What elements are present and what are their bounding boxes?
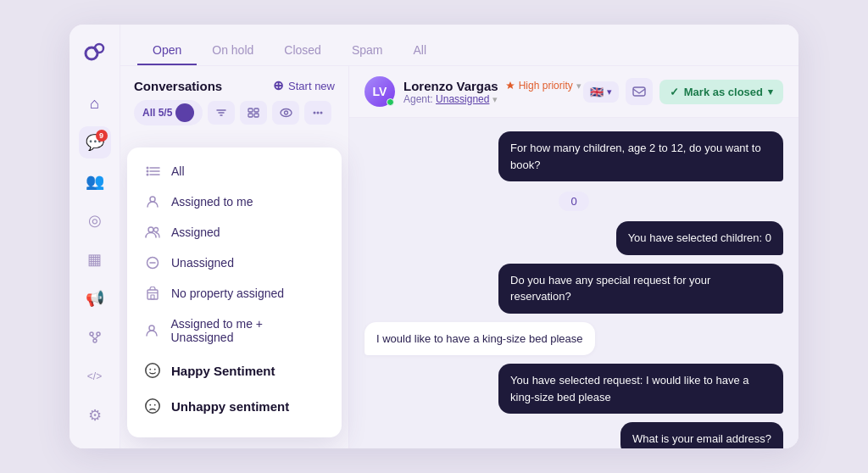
app-container: ⌂ 💬 9 👥 ◎ ▦ 📢 </> ⚙ Open On hold Closed bbox=[70, 25, 798, 448]
chat-header: LV Lorenzo Vargas High priority ▾ bbox=[349, 66, 798, 118]
user-avatar: LV bbox=[364, 76, 395, 107]
chat-badge: 9 bbox=[96, 130, 108, 142]
plus-icon: ⊕ bbox=[273, 78, 284, 93]
tabs-bar: Open On hold Closed Spam All bbox=[120, 25, 798, 66]
conversations-panel: Conversations ⊕ Start new All 5/5 bbox=[120, 66, 349, 448]
svg-point-26 bbox=[148, 227, 153, 232]
logo bbox=[81, 40, 108, 67]
dropdown-item-no-property[interactable]: No property assigned bbox=[127, 278, 342, 309]
svg-line-5 bbox=[92, 336, 95, 339]
message-1: For how many children, age 2 to 12, do y… bbox=[498, 131, 783, 181]
svg-point-15 bbox=[284, 111, 287, 114]
chat-panel: LV Lorenzo Vargas High priority ▾ bbox=[349, 66, 798, 448]
content-area: Conversations ⊕ Start new All 5/5 bbox=[120, 66, 798, 448]
dropdown-no-property-label: No property assigned bbox=[171, 287, 284, 300]
svg-rect-10 bbox=[248, 109, 253, 112]
svg-rect-11 bbox=[254, 109, 259, 112]
dropdown-assigned-me-unassigned-label: Assigned to me + Unassigned bbox=[170, 317, 325, 344]
svg-point-24 bbox=[146, 174, 148, 176]
svg-point-34 bbox=[146, 364, 159, 377]
sidebar-item-integrations[interactable] bbox=[79, 321, 111, 353]
dropdown-item-unassigned[interactable]: Unassigned bbox=[127, 248, 342, 278]
svg-rect-12 bbox=[248, 114, 253, 117]
dropdown-item-assigned-to-me[interactable]: Assigned to me bbox=[127, 186, 342, 217]
chat-agent: Agent: Unassigned ▾ bbox=[403, 93, 581, 105]
chat-user-info: Lorenzo Vargas High priority ▾ Agent: Un… bbox=[403, 79, 581, 105]
dropdown-item-unhappy[interactable]: Unhappy sentiment bbox=[127, 388, 342, 424]
svg-point-36 bbox=[154, 369, 156, 370]
mark-closed-button[interactable]: ✓ Mark as closed ▾ bbox=[659, 80, 783, 104]
filter-group-button[interactable] bbox=[240, 101, 267, 125]
email-icon-button[interactable] bbox=[626, 78, 653, 105]
tab-all[interactable]: All bbox=[398, 36, 442, 65]
svg-point-22 bbox=[146, 167, 148, 170]
list-icon bbox=[144, 165, 161, 177]
message-3: You have selected children: 0 bbox=[616, 221, 783, 255]
message-7: What is your email address? bbox=[620, 422, 783, 448]
dropdown-item-assigned-me-unassigned[interactable]: Assigned to me + Unassigned bbox=[127, 309, 342, 353]
filter-all-badge[interactable]: All 5/5 bbox=[134, 100, 203, 125]
svg-point-38 bbox=[149, 404, 151, 406]
filter-options-button[interactable] bbox=[304, 101, 331, 125]
sidebar-item-chat[interactable]: 💬 9 bbox=[79, 126, 111, 159]
chat-header-left: LV Lorenzo Vargas High priority ▾ bbox=[364, 76, 581, 107]
sidebar-item-settings[interactable]: ⚙ bbox=[79, 399, 111, 431]
dropdown-happy-label: Happy Sentiment bbox=[171, 364, 275, 378]
dropdown-item-happy[interactable]: Happy Sentiment bbox=[127, 353, 342, 388]
svg-rect-32 bbox=[151, 295, 154, 299]
svg-point-16 bbox=[314, 112, 316, 114]
dropdown-assigned-to-me-label: Assigned to me bbox=[171, 195, 253, 209]
sidebar-item-code[interactable]: </> bbox=[79, 360, 111, 392]
sidebar-item-analytics[interactable]: ◎ bbox=[79, 204, 111, 236]
agent-link[interactable]: Unassigned bbox=[436, 93, 489, 105]
chat-messages: For how many children, age 2 to 12, do y… bbox=[349, 118, 798, 448]
tab-closed[interactable]: Closed bbox=[269, 36, 337, 65]
conversations-header: Conversations ⊕ Start new bbox=[120, 66, 348, 100]
sidebar-item-users[interactable]: 👥 bbox=[79, 165, 111, 198]
dropdown-all-label: All bbox=[171, 164, 185, 178]
minus-circle-icon bbox=[144, 256, 161, 270]
svg-line-6 bbox=[95, 336, 98, 339]
main-panel: Open On hold Closed Spam All Conversatio… bbox=[120, 25, 798, 448]
tab-spam[interactable]: Spam bbox=[337, 36, 398, 65]
person-icon bbox=[144, 195, 161, 209]
language-button[interactable]: 🇬🇧 ▾ bbox=[583, 81, 619, 103]
svg-point-4 bbox=[93, 339, 97, 342]
svg-point-23 bbox=[146, 170, 148, 173]
svg-point-3 bbox=[97, 332, 100, 336]
person-plus-icon bbox=[144, 324, 160, 337]
svg-point-39 bbox=[154, 404, 156, 406]
svg-point-37 bbox=[146, 399, 159, 413]
sidebar: ⌂ 💬 9 👥 ◎ ▦ 📢 </> ⚙ bbox=[70, 25, 120, 448]
dropdown-unassigned-label: Unassigned bbox=[171, 256, 234, 270]
tab-on-hold[interactable]: On hold bbox=[197, 36, 269, 65]
dropdown-item-assigned[interactable]: Assigned bbox=[127, 217, 342, 248]
checkmark-icon: ✓ bbox=[670, 86, 679, 98]
svg-point-2 bbox=[90, 332, 93, 336]
filter-dropdown: All Assigned to me bbox=[127, 147, 342, 437]
message-6: You have selected request: I would like … bbox=[498, 364, 783, 414]
svg-point-25 bbox=[150, 197, 155, 202]
start-new-button[interactable]: ⊕ Start new bbox=[273, 78, 335, 93]
message-2: 0 bbox=[559, 192, 588, 211]
dropdown-item-all[interactable]: All bbox=[127, 156, 342, 186]
filter-dot bbox=[175, 103, 194, 122]
svg-point-35 bbox=[149, 369, 151, 370]
tab-open[interactable]: Open bbox=[137, 36, 197, 65]
smile-icon bbox=[144, 361, 161, 380]
svg-point-27 bbox=[154, 228, 159, 232]
filter-sort-button[interactable] bbox=[208, 101, 235, 125]
sidebar-item-calendar[interactable]: ▦ bbox=[79, 243, 111, 275]
svg-rect-13 bbox=[254, 114, 259, 117]
svg-point-14 bbox=[281, 109, 292, 117]
conv-filters: All 5/5 bbox=[120, 100, 348, 132]
message-4: Do you have any special request for your… bbox=[498, 264, 783, 314]
svg-point-18 bbox=[320, 112, 323, 114]
sidebar-item-broadcast[interactable]: 📢 bbox=[79, 282, 111, 314]
filter-view-button[interactable] bbox=[272, 101, 299, 125]
online-indicator bbox=[387, 98, 394, 106]
message-5: I would like to have a king-size bed ple… bbox=[364, 322, 595, 356]
dropdown-unhappy-label: Unhappy sentiment bbox=[171, 399, 289, 414]
sidebar-item-home[interactable]: ⌂ bbox=[79, 87, 111, 120]
sad-icon bbox=[144, 397, 161, 415]
